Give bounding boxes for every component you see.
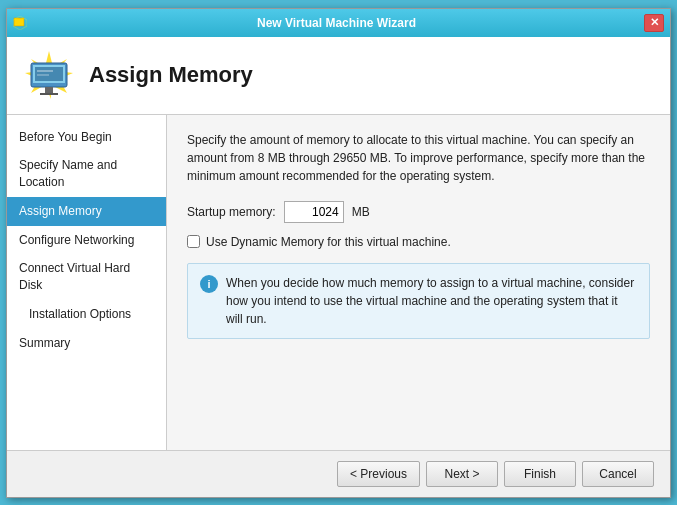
dynamic-memory-checkbox[interactable] <box>187 235 200 248</box>
app-icon <box>13 15 29 31</box>
startup-memory-row: Startup memory: MB <box>187 201 650 223</box>
dynamic-memory-row: Use Dynamic Memory for this virtual mach… <box>187 235 650 249</box>
sidebar-item[interactable]: Connect Virtual Hard Disk <box>7 254 166 300</box>
description-text: Specify the amount of memory to allocate… <box>187 131 650 185</box>
window-title: New Virtual Machine Wizard <box>29 16 644 30</box>
wizard-header: Assign Memory <box>7 37 670 115</box>
svg-rect-7 <box>35 67 63 81</box>
sidebar-item[interactable]: Summary <box>7 329 166 358</box>
startup-memory-input[interactable] <box>284 201 344 223</box>
header-icon <box>23 49 75 101</box>
content-area: Before You BeginSpecify Name and Locatio… <box>7 115 670 450</box>
next-button[interactable]: Next > <box>426 461 498 487</box>
main-panel: Specify the amount of memory to allocate… <box>167 115 670 450</box>
title-bar: New Virtual Machine Wizard ✕ <box>7 9 670 37</box>
wizard-footer: < Previous Next > Finish Cancel <box>7 450 670 497</box>
sidebar-item[interactable]: Configure Networking <box>7 226 166 255</box>
svg-rect-6 <box>40 93 58 95</box>
finish-button[interactable]: Finish <box>504 461 576 487</box>
wizard-window: New Virtual Machine Wizard ✕ Assign Memo… <box>6 8 671 498</box>
sidebar-item[interactable]: Before You Begin <box>7 123 166 152</box>
startup-memory-label: Startup memory: <box>187 205 276 219</box>
sidebar-item[interactable]: Specify Name and Location <box>7 151 166 197</box>
cancel-button[interactable]: Cancel <box>582 461 654 487</box>
dynamic-memory-label: Use Dynamic Memory for this virtual mach… <box>206 235 451 249</box>
info-box: i When you decide how much memory to ass… <box>187 263 650 339</box>
startup-memory-unit: MB <box>352 205 370 219</box>
page-title: Assign Memory <box>89 62 253 88</box>
svg-rect-0 <box>14 18 24 26</box>
sidebar-item[interactable]: Assign Memory <box>7 197 166 226</box>
sidebar-item[interactable]: Installation Options <box>7 300 166 329</box>
close-button[interactable]: ✕ <box>644 14 664 32</box>
info-text: When you decide how much memory to assig… <box>226 274 637 328</box>
svg-rect-5 <box>45 87 53 93</box>
sidebar: Before You BeginSpecify Name and Locatio… <box>7 115 167 450</box>
previous-button[interactable]: < Previous <box>337 461 420 487</box>
info-icon: i <box>200 275 218 293</box>
